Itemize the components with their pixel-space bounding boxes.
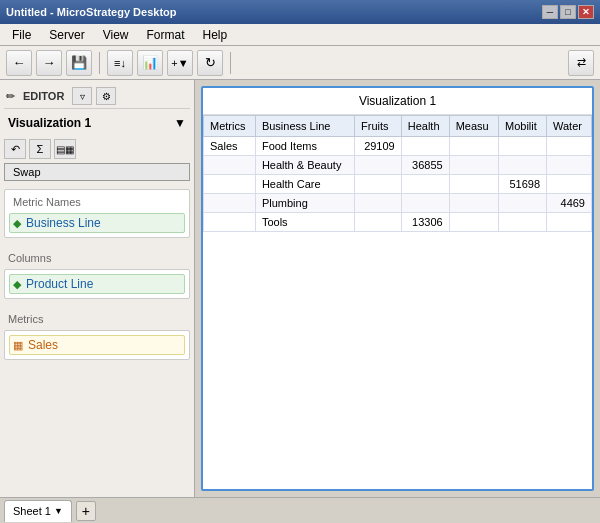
cell-health-1	[401, 137, 449, 156]
swap-button[interactable]: Swap	[4, 163, 190, 181]
cell-water-3	[547, 175, 592, 194]
editor-tab-label[interactable]: EDITOR	[19, 89, 68, 103]
main-area: ✏ EDITOR ▿ ⚙ Visualization 1 ▼ ↶ Σ ▤▦ Sw…	[0, 80, 600, 497]
title-bar: Untitled - MicroStrategy Desktop ─ □ ✕	[0, 0, 600, 24]
col-measure: Measu	[449, 116, 498, 137]
business-line-field[interactable]: ◆ Business Line	[9, 213, 185, 233]
format-button[interactable]: ≡↓	[107, 50, 133, 76]
cell-metric-3	[204, 175, 256, 194]
cell-bl-1: Food Items	[255, 137, 354, 156]
cell-bl-5: Tools	[255, 213, 354, 232]
table-row: Health & Beauty 36855	[204, 156, 592, 175]
col-health: Health	[401, 116, 449, 137]
table-row: Tools 13306	[204, 213, 592, 232]
table-row: Sales Food Items 29109	[204, 137, 592, 156]
separator-1	[99, 52, 100, 74]
menu-bar: File Server View Format Help	[0, 24, 600, 46]
cell-water-2	[547, 156, 592, 175]
rows-section-label: Metric Names	[9, 194, 185, 210]
sheet-dropdown-icon[interactable]: ▼	[54, 506, 63, 516]
menu-format[interactable]: Format	[138, 26, 192, 44]
columns-section: Columns ◆ Product Line	[4, 250, 190, 311]
filter-button[interactable]: ▿	[72, 87, 92, 105]
cell-bl-2: Health & Beauty	[255, 156, 354, 175]
cell-health-5: 13306	[401, 213, 449, 232]
cell-metric-1: Sales	[204, 137, 256, 156]
cell-metric-5	[204, 213, 256, 232]
cell-fruits-1: 29109	[355, 137, 402, 156]
product-line-field[interactable]: ◆ Product Line	[9, 274, 185, 294]
table-row: Plumbing 4469	[204, 194, 592, 213]
cell-mobility-3: 51698	[499, 175, 547, 194]
add-button[interactable]: +▼	[167, 50, 193, 76]
menu-file[interactable]: File	[4, 26, 39, 44]
cell-water-5	[547, 213, 592, 232]
sheet-tab-label: Sheet 1	[13, 505, 51, 517]
cell-fruits-4	[355, 194, 402, 213]
col-metrics: Metrics	[204, 116, 256, 137]
cell-mobility-4	[499, 194, 547, 213]
close-button[interactable]: ✕	[578, 5, 594, 19]
visualization-title: Visualization 1	[203, 88, 592, 115]
sales-icon: ▦	[13, 339, 23, 352]
rows-section: Metric Names ◆ Business Line	[4, 189, 190, 250]
add-sheet-button[interactable]: +	[76, 501, 96, 521]
app-title: Untitled - MicroStrategy Desktop	[6, 6, 177, 18]
sigma-button[interactable]: Σ	[29, 139, 51, 159]
col-business-line: Business Line	[255, 116, 354, 137]
viz-tool-buttons: ↶ Σ ▤▦	[4, 139, 190, 159]
minimize-button[interactable]: ─	[542, 5, 558, 19]
col-water: Water	[547, 116, 592, 137]
data-table: Metrics Business Line Fruits Health Meas…	[203, 115, 592, 232]
sales-label: Sales	[28, 338, 58, 352]
cell-fruits-2	[355, 156, 402, 175]
undo-button[interactable]: ↶	[4, 139, 26, 159]
business-line-label: Business Line	[26, 216, 101, 230]
settings-button[interactable]: ⚙	[96, 87, 116, 105]
menu-view[interactable]: View	[95, 26, 137, 44]
cell-health-3	[401, 175, 449, 194]
cell-water-1	[547, 137, 592, 156]
menu-help[interactable]: Help	[195, 26, 236, 44]
cell-measure-2	[449, 156, 498, 175]
options-button[interactable]: ⇄	[568, 50, 594, 76]
left-panel: ✏ EDITOR ▿ ⚙ Visualization 1 ▼ ↶ Σ ▤▦ Sw…	[0, 80, 195, 497]
metrics-container: ▦ Sales	[4, 330, 190, 360]
product-line-label: Product Line	[26, 277, 93, 291]
cell-measure-3	[449, 175, 498, 194]
cell-measure-5	[449, 213, 498, 232]
visualization-container: Visualization 1 Metrics Business Line Fr…	[201, 86, 594, 491]
menu-server[interactable]: Server	[41, 26, 92, 44]
cell-metric-4	[204, 194, 256, 213]
cell-water-4: 4469	[547, 194, 592, 213]
bar-chart-button[interactable]: ▤▦	[54, 139, 76, 159]
metrics-section: Metrics ▦ Sales	[4, 311, 190, 372]
bottom-bar: Sheet 1 ▼ +	[0, 497, 600, 523]
columns-section-label: Columns	[4, 250, 190, 266]
cell-fruits-3	[355, 175, 402, 194]
table-header-row: Metrics Business Line Fruits Health Meas…	[204, 116, 592, 137]
cell-health-4	[401, 194, 449, 213]
rows-container: Metric Names ◆ Business Line	[4, 189, 190, 238]
sheet-tab-1[interactable]: Sheet 1 ▼	[4, 500, 72, 522]
maximize-button[interactable]: □	[560, 5, 576, 19]
cell-mobility-5	[499, 213, 547, 232]
sales-field[interactable]: ▦ Sales	[9, 335, 185, 355]
cell-mobility-2	[499, 156, 547, 175]
columns-container: ◆ Product Line	[4, 269, 190, 299]
cell-measure-4	[449, 194, 498, 213]
business-line-icon: ◆	[13, 217, 21, 230]
cell-health-2: 36855	[401, 156, 449, 175]
chart-button[interactable]: 📊	[137, 50, 163, 76]
cell-mobility-1	[499, 137, 547, 156]
forward-button[interactable]: →	[36, 50, 62, 76]
product-line-icon: ◆	[13, 278, 21, 291]
cell-fruits-5	[355, 213, 402, 232]
col-fruits: Fruits	[355, 116, 402, 137]
save-button[interactable]: 💾	[66, 50, 92, 76]
viz-selector-header: Visualization 1 ▼	[4, 113, 190, 133]
viz-dropdown-arrow[interactable]: ▼	[174, 116, 186, 130]
metrics-section-label: Metrics	[4, 311, 190, 327]
back-button[interactable]: ←	[6, 50, 32, 76]
refresh-button[interactable]: ↻	[197, 50, 223, 76]
